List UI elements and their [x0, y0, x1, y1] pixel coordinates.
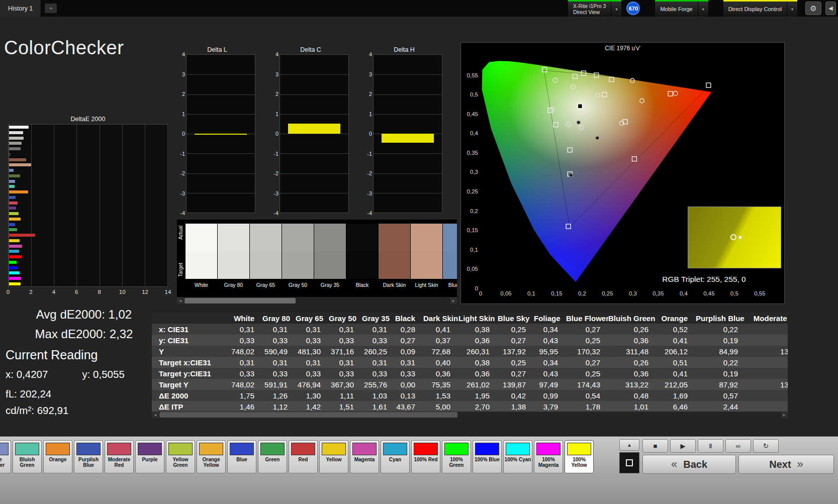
swatch-target: [379, 251, 410, 279]
collapse-panel-icon[interactable]: ◀: [825, 2, 836, 15]
swatch-gray-50: Gray 50: [282, 224, 314, 297]
patch-button-magenta[interactable]: Magenta: [350, 440, 379, 473]
grid-line: [187, 94, 255, 95]
swatch-target: [218, 251, 249, 279]
patch-button-orange[interactable]: Orange: [43, 440, 72, 473]
scroll-right-icon[interactable]: ►: [450, 297, 457, 304]
source-dropdown-icon[interactable]: ▼: [698, 0, 708, 17]
chart-y-axis: 43210-1-2-3-4: [179, 54, 186, 213]
patch-swatch: [138, 443, 162, 455]
meter-panel[interactable]: X-Rite i1Pro 3 Direct View ▼: [568, 0, 621, 17]
swatch-scrollbar[interactable]: ◄ ►: [177, 297, 457, 304]
table-cell: 0,33: [296, 335, 329, 346]
table-cell: 0,51: [657, 357, 696, 368]
patch-button-red[interactable]: Red: [289, 440, 318, 473]
bottom-toolbar: Blue FlowerBluish GreenOrangePurplish Bl…: [0, 436, 838, 504]
table-cell: 0,33: [329, 368, 362, 379]
table-cell: 0,27: [498, 335, 534, 346]
patch-button-moderate-red[interactable]: Moderate Red: [105, 440, 134, 473]
infinity-button[interactable]: ∞: [725, 439, 751, 453]
add-tab-button[interactable]: +: [45, 4, 57, 13]
next-button[interactable]: Next »: [738, 455, 834, 474]
patch-button-blue[interactable]: Blue: [227, 440, 256, 473]
stop-button[interactable]: ■: [642, 439, 668, 453]
patch-label: 100% Green: [442, 457, 471, 468]
meter-status-bar: [568, 0, 621, 2]
display-control-dropdown-icon[interactable]: ▼: [787, 0, 797, 17]
scroll-right-icon[interactable]: ►: [781, 412, 788, 418]
patch-button-100-green[interactable]: 100% Green: [442, 440, 471, 473]
column-header-light-skin: Light Skin: [458, 313, 498, 324]
inset-target-marker: [739, 236, 741, 239]
patch-swatch: [230, 443, 254, 455]
scrollbar-thumb[interactable]: [159, 412, 457, 418]
de-bar-bluish-green: [9, 185, 15, 188]
patch-button-blue-flower[interactable]: Blue Flower: [0, 440, 11, 473]
column-header-gray-80: Gray 80: [262, 313, 296, 324]
table-cell: 0,41: [423, 324, 458, 335]
scroll-left-icon[interactable]: ◄: [152, 412, 159, 418]
table-cell: 0,27: [498, 368, 534, 379]
table-header-row: WhiteGray 80Gray 65Gray 50Gray 35BlackDa…: [152, 313, 788, 324]
table-cell: 0,22: [696, 324, 746, 335]
table-cell: 174,43: [566, 379, 608, 390]
patch-button-100-yellow[interactable]: 100% Yellow: [565, 440, 594, 473]
de-bar-black: [9, 153, 11, 156]
results-table: WhiteGray 80Gray 65Gray 50Gray 35BlackDa…: [152, 313, 788, 412]
back-button[interactable]: « Back: [642, 455, 736, 474]
axis-tick-label: 0: [461, 285, 478, 291]
patch-button-cyan[interactable]: Cyan: [381, 440, 410, 473]
de-bar-cyan: [9, 250, 19, 253]
patch-button-yellow[interactable]: Yellow: [319, 440, 348, 473]
axis-tick-label: 3: [369, 71, 372, 77]
de-bar-red: [9, 234, 35, 237]
patch-button-orange-yellow[interactable]: Orange Yellow: [197, 440, 226, 473]
source-panel[interactable]: Mobile Forge ▼: [655, 0, 708, 17]
table-cell: 0,25: [566, 335, 608, 346]
display-control-panel[interactable]: Direct Display Control ▼: [723, 0, 797, 17]
scroll-left-icon[interactable]: ◄: [177, 297, 184, 304]
patch-button-bluish-green[interactable]: Bluish Green: [13, 440, 42, 473]
table-cell: 311,48: [608, 346, 657, 357]
de-bar-blue-sky: [9, 169, 14, 172]
patch-button-purple[interactable]: Purple: [135, 440, 164, 473]
settings-gear-icon[interactable]: ⚙: [805, 2, 821, 15]
table-cell: 0,27: [566, 357, 608, 368]
table-cell: 0,27: [395, 335, 423, 346]
table-cell: 0,31: [746, 335, 788, 346]
history-tab[interactable]: History 1: [0, 0, 41, 17]
pause-button[interactable]: Ⅱ: [698, 439, 723, 453]
scrollbar-thumb[interactable]: [184, 298, 296, 304]
chart-title: Delta L: [179, 46, 255, 53]
patch-button-green[interactable]: Green: [258, 440, 287, 473]
table-scrollbar[interactable]: ◄ ►: [152, 412, 788, 418]
patch-button-purplish-blue[interactable]: Purplish Blue: [74, 440, 103, 473]
play-button[interactable]: ▶: [670, 439, 696, 453]
swatch-gray-80: Gray 80: [218, 224, 249, 297]
axis-tick-label: -2: [180, 170, 185, 176]
patch-label: 100% Red: [414, 457, 437, 462]
scrollbar-track[interactable]: [184, 297, 449, 304]
patch-window-preview[interactable]: [619, 452, 639, 473]
column-header-white: White: [231, 313, 262, 324]
source-status-bar: [655, 0, 708, 2]
delta-lch-charts: Delta L43210-1-2-3-4Delta C43210-1-2-3-4…: [179, 46, 442, 213]
repeat-button[interactable]: ↻: [753, 439, 779, 453]
patch-button-100-magenta[interactable]: 100% Magenta: [534, 440, 563, 473]
expand-patches-icon[interactable]: ▲: [619, 439, 639, 451]
swatch-black: Black: [346, 224, 378, 297]
scrollbar-track[interactable]: [159, 412, 780, 418]
patch-button-100-red[interactable]: 100% Red: [411, 440, 440, 473]
axis-tick-label: -2: [273, 170, 278, 176]
patch-button-100-cyan[interactable]: 100% Cyan: [503, 440, 532, 473]
table-cell: 135,45: [746, 346, 788, 357]
table-cell: 0,25: [566, 368, 608, 379]
de-bar-foliage: [9, 174, 20, 177]
meter-dropdown-icon[interactable]: ▼: [611, 0, 621, 17]
patch-button-yellow-green[interactable]: Yellow Green: [166, 440, 195, 473]
table-cell: 0,25: [498, 357, 534, 368]
patch-button-100-blue[interactable]: 100% Blue: [473, 440, 502, 473]
table-cell: 371,16: [329, 346, 362, 357]
table-cell: 367,30: [329, 379, 362, 390]
swatch-label: White: [185, 282, 217, 288]
